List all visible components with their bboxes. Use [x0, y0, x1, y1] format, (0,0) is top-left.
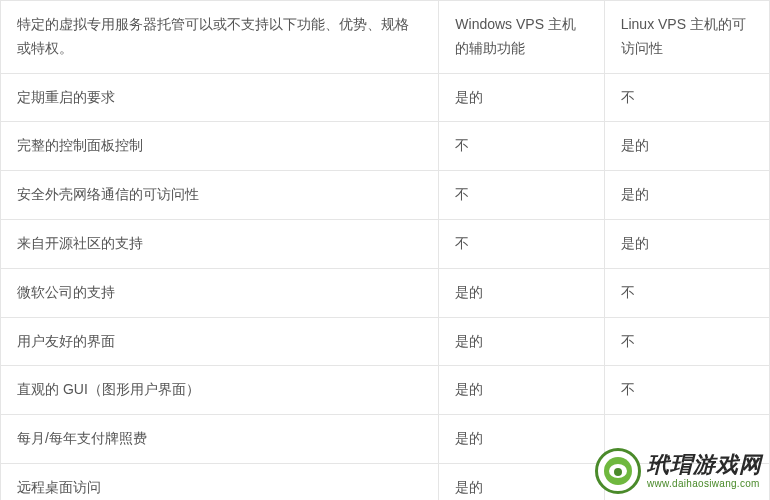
- cell-linux: 不: [604, 317, 769, 366]
- table-row: 安全外壳网络通信的可访问性 不 是的: [1, 171, 770, 220]
- cell-windows: 是的: [439, 317, 604, 366]
- watermark-title: 玳瑁游戏网: [647, 453, 762, 477]
- cell-linux: 是的: [604, 219, 769, 268]
- watermark-url: www.daihaosiwang.com: [647, 478, 762, 489]
- cell-feature: 每月/每年支付牌照费: [1, 415, 439, 464]
- cell-feature: 完整的控制面板控制: [1, 122, 439, 171]
- cell-windows: 是的: [439, 268, 604, 317]
- table-header-row: 特定的虚拟专用服务器托管可以或不支持以下功能、优势、规格或特权。 Windows…: [1, 1, 770, 74]
- cell-windows: 是的: [439, 366, 604, 415]
- header-feature: 特定的虚拟专用服务器托管可以或不支持以下功能、优势、规格或特权。: [1, 1, 439, 74]
- table-row: 来自开源社区的支持 不 是的: [1, 219, 770, 268]
- table-row: 微软公司的支持 是的 不: [1, 268, 770, 317]
- table-row: 完整的控制面板控制 不 是的: [1, 122, 770, 171]
- cell-linux: 是的: [604, 171, 769, 220]
- cell-feature: 远程桌面访问: [1, 463, 439, 500]
- cell-feature: 用户友好的界面: [1, 317, 439, 366]
- watermark-text: 玳瑁游戏网 www.daihaosiwang.com: [647, 453, 762, 488]
- cell-feature: 安全外壳网络通信的可访问性: [1, 171, 439, 220]
- watermark-logo-icon: [595, 448, 641, 494]
- header-windows: Windows VPS 主机的辅助功能: [439, 1, 604, 74]
- cell-feature: 定期重启的要求: [1, 73, 439, 122]
- cell-feature: 来自开源社区的支持: [1, 219, 439, 268]
- cell-linux: 不: [604, 268, 769, 317]
- header-linux: Linux VPS 主机的可访问性: [604, 1, 769, 74]
- comparison-table: 特定的虚拟专用服务器托管可以或不支持以下功能、优势、规格或特权。 Windows…: [0, 0, 770, 500]
- table-row: 定期重启的要求 是的 不: [1, 73, 770, 122]
- table-row: 用户友好的界面 是的 不: [1, 317, 770, 366]
- cell-windows: 是的: [439, 463, 604, 500]
- cell-windows: 是的: [439, 415, 604, 464]
- watermark: 玳瑁游戏网 www.daihaosiwang.com: [595, 448, 762, 494]
- cell-feature: 直观的 GUI（图形用户界面）: [1, 366, 439, 415]
- cell-windows: 不: [439, 219, 604, 268]
- cell-linux: 是的: [604, 122, 769, 171]
- cell-linux: 不: [604, 73, 769, 122]
- cell-windows: 不: [439, 122, 604, 171]
- cell-linux: 不: [604, 366, 769, 415]
- table-row: 直观的 GUI（图形用户界面） 是的 不: [1, 366, 770, 415]
- cell-windows: 是的: [439, 73, 604, 122]
- cell-feature: 微软公司的支持: [1, 268, 439, 317]
- cell-windows: 不: [439, 171, 604, 220]
